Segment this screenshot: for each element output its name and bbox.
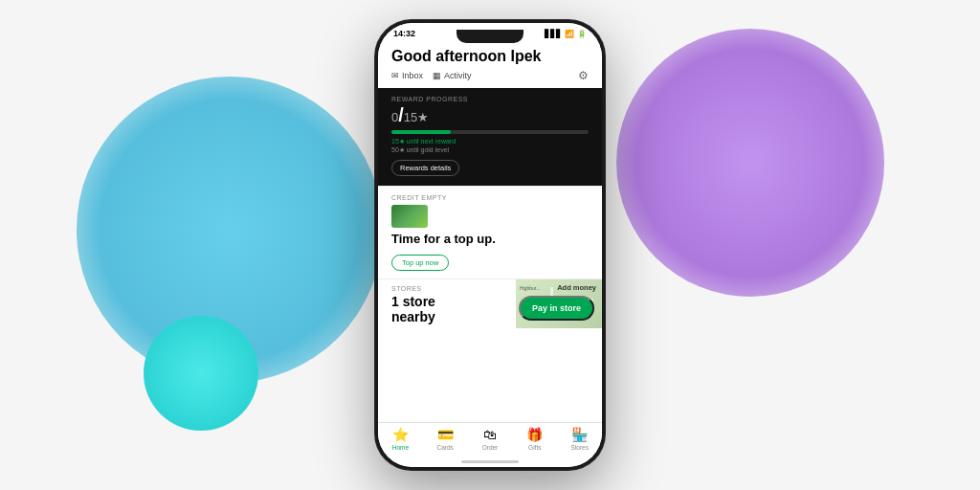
- home-tab-label: Home: [392, 444, 409, 451]
- stores-count: 1 store: [391, 294, 508, 309]
- header-section: Good afternoon Ipek ✉ Inbox ▦ Activity ⚙: [378, 40, 602, 88]
- status-icons: ▋▋▋ 📶 🔋: [545, 30, 587, 38]
- stores-nearby: nearby: [391, 309, 508, 324]
- tab-stores[interactable]: 🏪 Stores: [557, 427, 602, 451]
- home-bar: [461, 460, 519, 463]
- reward-target: 15★: [404, 110, 429, 124]
- credit-tagline: Time for a top up.: [391, 232, 589, 246]
- progress-bar-fill: [391, 130, 451, 134]
- reward-hint-next: 15★ until next reward: [391, 138, 589, 145]
- stores-area: STORES 1 store nearby: [378, 279, 516, 328]
- inbox-label: Inbox: [402, 71, 423, 80]
- activity-nav-item[interactable]: ▦ Activity: [433, 71, 472, 80]
- settings-icon[interactable]: ⚙: [578, 69, 589, 82]
- stores-tab-icon: 🏪: [571, 427, 588, 442]
- activity-label: Activity: [444, 71, 472, 80]
- cards-tab-icon: 💳: [437, 427, 454, 442]
- progress-bar-background: [391, 130, 589, 134]
- gifts-tab-label: Gifts: [528, 444, 541, 451]
- wifi-icon: 📶: [565, 30, 574, 38]
- rewards-details-button[interactable]: Rewards details: [391, 160, 459, 176]
- home-indicator: [378, 458, 602, 467]
- card-thumbnail: [391, 205, 428, 228]
- tab-cards[interactable]: 💳 Cards: [423, 427, 468, 451]
- order-tab-label: Order: [482, 444, 499, 451]
- bottom-navigation: ⭐ Home 💳 Cards 🛍 Order 🎁 Gifts 🏪 Stores: [378, 422, 602, 458]
- stores-section-label: STORES: [391, 285, 508, 292]
- gifts-tab-icon: 🎁: [526, 427, 543, 442]
- topup-button[interactable]: Top up now: [391, 255, 449, 271]
- home-tab-icon: ⭐: [392, 427, 409, 442]
- reward-current: 0: [391, 110, 398, 124]
- activity-icon: ▦: [433, 71, 441, 80]
- stores-tab-label: Stores: [570, 444, 589, 451]
- phone-screen: 14:32 ▋▋▋ 📶 🔋 Good afternoon Ipek ✉ Inbo…: [378, 23, 602, 467]
- stores-section: STORES 1 store nearby Highbur... Add mon…: [378, 278, 602, 328]
- pay-in-store-button[interactable]: Pay in store: [519, 296, 594, 321]
- add-money-label[interactable]: Add money: [557, 283, 596, 292]
- order-tab-icon: 🛍: [483, 427, 497, 442]
- reward-hint-gold: 50★ until gold level: [391, 146, 589, 154]
- map-place-label: Highbur...: [520, 285, 540, 291]
- header-nav-row: ✉ Inbox ▦ Activity ⚙: [391, 69, 589, 82]
- tab-home[interactable]: ⭐ Home: [378, 427, 423, 451]
- inbox-nav-item[interactable]: ✉ Inbox: [391, 71, 423, 80]
- blob-cyan: [144, 316, 258, 431]
- signal-icon: ▋▋▋: [545, 30, 562, 38]
- header-nav-left: ✉ Inbox ▦ Activity: [391, 71, 472, 80]
- reward-count: 0/15★: [391, 104, 589, 126]
- reward-section-label: REWARD PROGRESS: [391, 96, 589, 102]
- status-time: 14:32: [393, 29, 415, 38]
- cards-tab-label: Cards: [437, 444, 454, 451]
- greeting-text: Good afternoon Ipek: [391, 48, 589, 65]
- tab-gifts[interactable]: 🎁 Gifts: [512, 427, 557, 451]
- main-content: Good afternoon Ipek ✉ Inbox ▦ Activity ⚙: [378, 40, 602, 422]
- blob-purple: [616, 29, 884, 297]
- tab-order[interactable]: 🛍 Order: [468, 427, 513, 451]
- phone-shell: 14:32 ▋▋▋ 📶 🔋 Good afternoon Ipek ✉ Inbo…: [375, 20, 605, 470]
- battery-icon: 🔋: [577, 30, 587, 38]
- phone-notch: [457, 30, 523, 43]
- inbox-icon: ✉: [391, 71, 399, 80]
- credit-section-label: CREDIT EMPTY: [391, 194, 589, 201]
- reward-section: REWARD PROGRESS 0/15★ 15★ until next rew…: [378, 88, 602, 186]
- credit-section: CREDIT EMPTY Time for a top up. Top up n…: [378, 186, 602, 278]
